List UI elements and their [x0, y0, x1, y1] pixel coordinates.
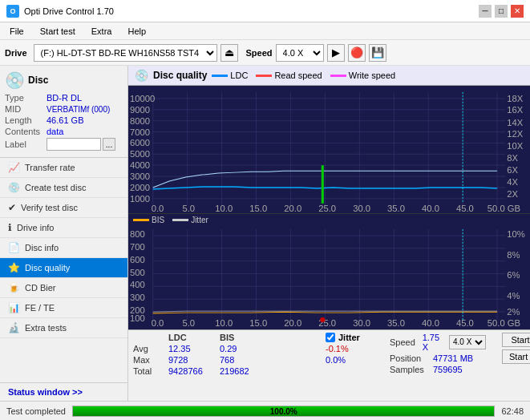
menu-extra[interactable]: Extra — [88, 25, 115, 38]
sidebar-item-transfer-rate[interactable]: 📈 Transfer rate — [0, 158, 127, 178]
svg-text:14X: 14X — [507, 118, 524, 127]
status-text: Test completed — [6, 406, 66, 416]
svg-text:30.0: 30.0 — [353, 318, 370, 328]
start-full-button[interactable]: Start full — [502, 333, 530, 347]
type-value: BD-R DL — [47, 93, 82, 103]
title-bar: O Opti Drive Control 1.70 ─ □ ✕ — [0, 0, 530, 22]
sidebar-item-verify-test-disc[interactable]: ✔ Verify test disc — [0, 198, 127, 218]
legend-read-speed: Read speed — [274, 71, 322, 80]
menu-help[interactable]: Help — [124, 25, 149, 38]
toolbar-btn-3[interactable]: 💾 — [369, 44, 386, 62]
total-label: Total — [133, 366, 165, 376]
stats-ldc-header: LDC — [168, 333, 216, 342]
content-area: 💿 Disc quality LDC Read speed Write spee… — [128, 66, 530, 401]
svg-rect-54 — [128, 226, 530, 329]
legend-jitter: Jitter — [191, 216, 208, 224]
drive-info-icon: ℹ — [8, 222, 12, 233]
disc-quality-header: 💿 Disc quality LDC Read speed Write spee… — [128, 66, 530, 86]
fe-te-label: FE / TE — [25, 303, 55, 313]
disc-info-icon: 📄 — [8, 242, 20, 253]
svg-rect-0 — [128, 86, 530, 213]
mid-label: MID — [5, 104, 47, 114]
disc-quality-label: Disc quality — [25, 263, 70, 273]
svg-text:6%: 6% — [507, 270, 520, 280]
avg-bis: 0.29 — [220, 344, 268, 353]
svg-text:50.0 GB: 50.0 GB — [488, 318, 520, 328]
lower-chart: 800 700 600 500 400 300 200 100 10% 8% 6… — [128, 226, 530, 329]
total-ldc: 9428766 — [168, 366, 216, 376]
svg-text:3000: 3000 — [130, 172, 150, 181]
speed-select2[interactable]: 4.0 X — [449, 335, 486, 349]
fe-te-icon: 📊 — [8, 302, 20, 313]
progress-container: 100.0% — [72, 406, 495, 417]
speed-select[interactable]: 4.0 X 1.0 X 2.0 X 6.0 X 8.0 X — [276, 44, 324, 62]
disc-info-panel: 💿 Disc Type BD-R DL MID VERBATIMf (000) … — [0, 66, 127, 158]
svg-text:400: 400 — [130, 280, 145, 289]
speed-key: Speed — [390, 337, 419, 347]
sidebar-nav: 📈 Transfer rate 💿 Create test disc ✔ Ver… — [0, 158, 127, 401]
svg-text:4%: 4% — [507, 291, 520, 301]
disc-quality-icon: ⭐ — [8, 262, 20, 273]
close-button[interactable]: ✕ — [511, 5, 524, 18]
svg-text:100: 100 — [130, 313, 145, 323]
maximize-button[interactable]: □ — [495, 5, 508, 18]
sidebar: 💿 Disc Type BD-R DL MID VERBATIMf (000) … — [0, 66, 128, 401]
status-time: 62:48 — [501, 406, 524, 416]
drive-select[interactable]: (F:) HL-DT-ST BD-RE WH16NS58 TST4 — [34, 44, 217, 62]
svg-text:2%: 2% — [507, 307, 520, 317]
sidebar-item-disc-quality[interactable]: ⭐ Disc quality — [0, 258, 127, 278]
start-part-button[interactable]: Start part — [502, 349, 530, 364]
disc-section-label: Disc — [28, 75, 48, 86]
eject-button[interactable]: ⏏ — [220, 44, 238, 62]
label-browse-button[interactable]: ... — [103, 138, 115, 151]
avg-label: Avg — [133, 344, 165, 353]
svg-text:4000: 4000 — [130, 160, 150, 170]
svg-text:0.0: 0.0 — [152, 204, 164, 213]
app-icon: O — [6, 5, 19, 18]
sidebar-item-extra-tests[interactable]: 🔬 Extra tests — [0, 318, 127, 338]
mid-value: VERBATIMf (000) — [47, 105, 110, 114]
menu-start-test[interactable]: Start test — [37, 25, 79, 38]
menu-bar: File Start test Extra Help — [0, 22, 530, 40]
transfer-rate-icon: 📈 — [8, 162, 20, 173]
minimize-button[interactable]: ─ — [479, 5, 492, 18]
svg-text:600: 600 — [130, 255, 145, 265]
sidebar-item-cd-bier[interactable]: 🍺 CD Bier — [0, 278, 127, 298]
svg-text:4X: 4X — [507, 177, 518, 187]
toolbar-btn-1[interactable]: ▶ — [327, 44, 345, 62]
svg-text:10%: 10% — [507, 229, 525, 239]
svg-text:500: 500 — [130, 267, 145, 277]
svg-point-97 — [320, 317, 325, 322]
toolbar-btn-2[interactable]: 🔴 — [348, 44, 366, 62]
max-bis: 768 — [220, 355, 268, 365]
speed-label: Speed — [246, 48, 273, 58]
svg-text:35.0: 35.0 — [387, 318, 405, 328]
samples-value: 759695 — [433, 365, 463, 374]
app-title: Opti Drive Control 1.70 — [24, 6, 114, 16]
svg-text:25.0: 25.0 — [318, 204, 336, 213]
sidebar-item-create-test-disc[interactable]: 💿 Create test disc — [0, 178, 127, 198]
svg-text:300: 300 — [130, 293, 145, 302]
jitter-checkbox[interactable] — [326, 333, 335, 342]
max-label: Max — [133, 355, 165, 365]
disc-info-label: Disc info — [25, 243, 59, 252]
create-test-disc-label: Create test disc — [25, 183, 86, 192]
svg-text:45.0: 45.0 — [456, 318, 474, 328]
cd-bier-label: CD Bier — [25, 283, 56, 293]
sidebar-item-drive-info[interactable]: ℹ Drive info — [0, 218, 127, 238]
stats-empty — [133, 333, 165, 342]
disc-icon: 💿 — [5, 71, 25, 90]
sidebar-item-fe-te[interactable]: 📊 FE / TE — [0, 298, 127, 318]
jitter-label: Jitter — [338, 333, 360, 342]
menu-file[interactable]: File — [6, 25, 27, 38]
label-label: Label — [5, 139, 47, 149]
label-input[interactable] — [47, 138, 101, 151]
drive-info-label: Drive info — [17, 223, 54, 232]
stats-bis-header: BIS — [220, 333, 268, 342]
svg-text:2000: 2000 — [130, 183, 150, 192]
progress-percent: 100.0% — [73, 406, 494, 418]
svg-text:8000: 8000 — [130, 116, 150, 126]
status-window-button[interactable]: Status window >> — [0, 382, 127, 401]
length-value: 46.61 GB — [47, 115, 83, 125]
sidebar-item-disc-info[interactable]: 📄 Disc info — [0, 238, 127, 258]
